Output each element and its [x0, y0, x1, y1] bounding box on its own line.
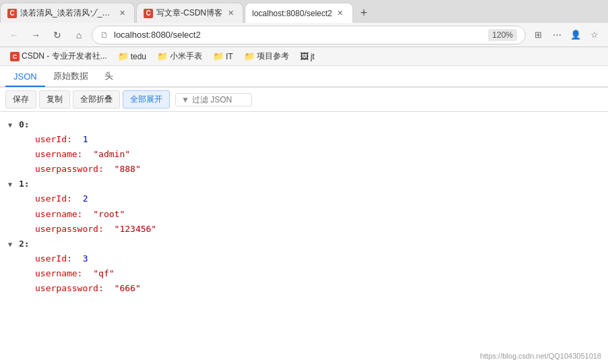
- colon-0-userid: [72, 132, 78, 147]
- image-icon-jt: 🖼: [300, 51, 309, 61]
- tab-close-3[interactable]: ✕: [335, 8, 346, 19]
- json-item-0-userpassword: userpassword: "888": [19, 162, 600, 177]
- folder-icon-tedu: 📁: [118, 51, 129, 61]
- copy-button[interactable]: 复制: [39, 90, 70, 109]
- filter-input[interactable]: [192, 95, 246, 104]
- bookmark-it[interactable]: 📁 IT: [208, 49, 238, 63]
- bookmark-label-tedu: tedu: [131, 52, 146, 61]
- tab-headers[interactable]: 头: [96, 66, 121, 88]
- colon-0-userpassword: [104, 162, 109, 177]
- tab-localhost[interactable]: localhost:8080/select2 ✕: [245, 3, 353, 23]
- back-button[interactable]: ←: [5, 26, 23, 44]
- save-button[interactable]: 保存: [5, 90, 36, 109]
- viewer-tabs: JSON 原始数据 头: [0, 66, 608, 88]
- tab-favicon-2: C: [144, 9, 153, 18]
- colon-2-username: [82, 266, 88, 281]
- key-2-userid: userId:: [35, 251, 72, 266]
- val-0-username: "admin": [93, 147, 130, 162]
- bookmarks-bar: C CSDN - 专业开发者社... 📁 tedu 📁 小米手表 📁 IT 📁 …: [0, 47, 608, 66]
- colon-1-userpassword: [104, 222, 109, 237]
- tab-title-3: localhost:8080/select2: [252, 9, 332, 18]
- json-item-2-userid: userId: 3: [19, 251, 600, 266]
- tab-csdn-2[interactable]: C 写文章-CSDN博客 ✕: [136, 3, 243, 23]
- json-item-1-username: username: "root": [19, 207, 600, 222]
- reload-button[interactable]: ↻: [49, 26, 66, 44]
- val-0-userpassword: "888": [115, 162, 141, 177]
- forward-button[interactable]: →: [27, 26, 44, 44]
- index-1: 1:: [19, 177, 30, 191]
- bookmark-tedu[interactable]: 📁 tedu: [113, 49, 151, 63]
- key-1-userid: userId:: [35, 191, 72, 206]
- key-1-userpassword: userpassword:: [35, 222, 104, 237]
- json-item-0-header: ▼ 0:: [8, 117, 600, 132]
- json-item-0-username: username: "admin": [19, 147, 600, 162]
- bookmark-favicon-csdn: C: [10, 52, 20, 61]
- json-item-1-userpassword: userpassword: "123456": [19, 222, 600, 237]
- bookmark-xiaomi[interactable]: 📁 小米手表: [152, 49, 207, 64]
- filter-icon: ▼: [181, 95, 189, 104]
- home-button[interactable]: ⌂: [70, 26, 88, 44]
- index-0: 0:: [19, 117, 30, 132]
- collapse-button[interactable]: 全部折叠: [73, 90, 120, 109]
- new-tab-button[interactable]: +: [355, 3, 373, 22]
- json-item-2-header: ▼ 2:: [8, 237, 600, 251]
- url-bar[interactable]: 🗋 localhost:8080/select2 120%: [92, 26, 526, 44]
- key-0-userid: userId:: [35, 132, 72, 147]
- folder-icon-it: 📁: [213, 51, 224, 61]
- val-1-userid: 2: [83, 191, 88, 206]
- index-2: 2:: [19, 237, 30, 251]
- tab-json[interactable]: JSON: [5, 67, 45, 87]
- tab-close-2[interactable]: ✕: [225, 8, 236, 19]
- tab-csdn-1[interactable]: C 淡若清风_淡若清风ゾ_CSDN博客 ✕: [0, 3, 135, 23]
- bookmark-label-it: IT: [226, 52, 233, 61]
- colon-2-userpassword: [104, 281, 109, 296]
- val-2-userid: 3: [83, 251, 88, 266]
- val-2-userpassword: "666": [115, 281, 141, 296]
- bookmark-label-xiaomi: 小米手表: [170, 51, 202, 62]
- json-filter[interactable]: ▼: [175, 93, 252, 107]
- bookmark-label-project: 项目参考: [257, 51, 289, 62]
- arrow-2[interactable]: ▼: [8, 239, 16, 250]
- zoom-badge: 120%: [488, 29, 517, 41]
- bookmark-jt[interactable]: 🖼 jt: [295, 49, 320, 63]
- bookmark-project[interactable]: 📁 项目参考: [239, 49, 294, 64]
- watermark: https://blog.csdn.net/QQ1043051018: [480, 352, 601, 360]
- key-2-userpassword: userpassword:: [35, 281, 104, 296]
- browser-chrome: C 淡若清风_淡若清风ゾ_CSDN博客 ✕ C 写文章-CSDN博客 ✕ loc…: [0, 0, 608, 66]
- colon-1-username: [82, 207, 88, 222]
- qr-button[interactable]: ⊞: [530, 27, 546, 43]
- val-1-username: "root": [93, 207, 125, 222]
- json-item-1-userid: userId: 2: [19, 191, 600, 206]
- address-bar: ← → ↻ ⌂ 🗋 localhost:8080/select2 120% ⊞ …: [0, 23, 608, 47]
- page-icon: 🗋: [100, 30, 109, 40]
- key-0-userpassword: userpassword:: [35, 162, 104, 177]
- folder-icon-project: 📁: [244, 51, 255, 61]
- json-viewer: JSON 原始数据 头 保存 复制 全部折叠 全部展开 ▼ ▼ 0: userI…: [0, 66, 608, 364]
- json-content: ▼ 0: userId: 1 username: "admin" userpas…: [0, 112, 608, 364]
- profile-button[interactable]: 👤: [568, 27, 584, 43]
- val-0-userid: 1: [83, 132, 88, 147]
- colon-2-userid: [72, 251, 78, 266]
- address-actions: ⊞ ⋯ 👤 ☆: [530, 27, 603, 43]
- val-1-userpassword: "123456": [115, 222, 157, 237]
- key-0-username: username:: [35, 147, 82, 162]
- arrow-1[interactable]: ▼: [8, 179, 16, 190]
- bookmark-csdn[interactable]: C CSDN - 专业开发者社...: [5, 49, 112, 64]
- bookmark-label-jt: jt: [311, 52, 315, 61]
- colon-1-userid: [72, 191, 78, 206]
- key-2-username: username:: [35, 266, 82, 281]
- arrow-0[interactable]: ▼: [8, 119, 16, 131]
- more-button[interactable]: ⋯: [549, 27, 565, 43]
- url-text: localhost:8080/select2: [114, 30, 483, 40]
- tab-raw[interactable]: 原始数据: [45, 66, 96, 88]
- json-item-1-header: ▼ 1:: [8, 177, 600, 191]
- json-item-2-username: username: "qf": [19, 266, 600, 281]
- val-2-username: "qf": [93, 266, 114, 281]
- json-item-0-userid: userId: 1: [19, 132, 600, 147]
- json-item-2-userpassword: userpassword: "666": [19, 281, 600, 296]
- star-button[interactable]: ☆: [586, 27, 603, 43]
- expand-button[interactable]: 全部展开: [123, 90, 170, 109]
- tab-close-1[interactable]: ✕: [117, 8, 127, 19]
- folder-icon-xiaomi: 📁: [157, 51, 168, 61]
- key-1-username: username:: [35, 207, 82, 222]
